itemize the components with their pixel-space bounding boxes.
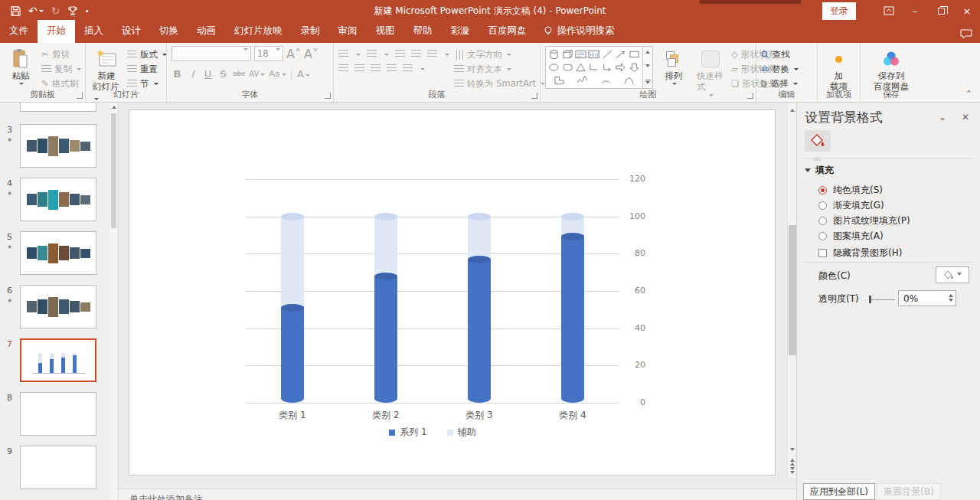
font-color-button[interactable]: A [297, 68, 310, 80]
tab-transitions[interactable]: 切换 [150, 20, 188, 43]
shape-icon[interactable] [574, 61, 587, 73]
tab-file[interactable]: 文件 [0, 20, 38, 43]
drawing-dialog-launcher[interactable] [747, 93, 753, 99]
scroll-up-icon[interactable] [112, 103, 116, 109]
shape-icon[interactable] [553, 75, 566, 87]
char-spacing-button[interactable]: AV [249, 70, 265, 78]
legend-item[interactable]: 系列 1 [389, 426, 426, 439]
columns-icon[interactable] [403, 64, 413, 73]
shape-gallery-scroll[interactable] [643, 46, 653, 89]
copy-button[interactable]: 复制 [41, 63, 81, 75]
reset-button[interactable]: 重置 [127, 63, 167, 75]
tab-animations[interactable]: 动画 [188, 20, 225, 43]
apply-to-all-button[interactable]: 应用到全部(L) [803, 483, 875, 500]
slide-thumbnail-7[interactable] [20, 338, 96, 382]
tab-slideshow[interactable]: 幻灯片放映 [225, 20, 292, 43]
slide-thumbnail-6[interactable] [20, 285, 96, 328]
format-painter-button[interactable]: ✎格式刷 [41, 77, 81, 90]
strikethrough-button[interactable]: abc [233, 70, 245, 77]
reset-background-button[interactable]: 重置背景(B) [877, 483, 941, 500]
replace-button[interactable]: ab 替换 [761, 63, 799, 75]
trophy-icon[interactable] [67, 5, 78, 16]
tab-insert[interactable]: 插入 [75, 20, 113, 43]
gallery-down-icon[interactable] [645, 64, 650, 70]
notes-pane[interactable]: 单击此处添加备注 [119, 489, 796, 500]
shape-icon[interactable] [576, 75, 589, 87]
shape-icon[interactable] [574, 48, 587, 60]
tab-baidu-netdisk[interactable]: 百度网盘 [479, 20, 536, 43]
font-dialog-launcher[interactable] [325, 93, 331, 99]
save-icon[interactable] [11, 6, 21, 16]
select-button[interactable]: 选择 [761, 77, 799, 90]
shape-icon[interactable] [547, 48, 560, 60]
align-text-button[interactable]: 对齐文本 [454, 63, 545, 75]
cut-button[interactable]: ✂剪切 [41, 48, 81, 60]
gallery-more-icon[interactable] [645, 80, 651, 87]
option-pattern-fill[interactable]: 图案填充(A) [818, 230, 884, 243]
transparency-spinner[interactable]: 0% [898, 290, 956, 306]
section-button[interactable]: 节 [127, 77, 167, 90]
numbering-icon[interactable] [367, 50, 377, 58]
slide-thumbnail-8[interactable] [20, 392, 96, 436]
slide-thumbnail-2-partial[interactable] [20, 103, 96, 112]
slide-7-editor[interactable]: 020406080100120 类别 1类别 2类别 3类别 4 系列 1辅助 [129, 109, 776, 475]
tab-home[interactable]: 开始 [38, 20, 75, 43]
tab-view[interactable]: 视图 [367, 20, 404, 43]
bold-button[interactable]: B [172, 68, 183, 80]
shape-icon[interactable] [587, 61, 600, 73]
tab-caixuan[interactable]: 彩漩 [442, 20, 479, 43]
smartart-button[interactable]: 转换为 SmartArt [454, 77, 545, 90]
shape-icon[interactable] [614, 48, 627, 60]
option-solid-fill[interactable]: 纯色填充(S) [818, 184, 883, 197]
font-size-combo[interactable]: 18 [254, 46, 283, 61]
shape-icon[interactable] [628, 61, 641, 73]
decrease-indent-icon[interactable] [395, 50, 405, 58]
legend-item[interactable]: 辅助 [447, 426, 476, 439]
underline-button[interactable]: U [202, 68, 214, 80]
shape-icon[interactable] [599, 75, 612, 87]
spin-down-icon[interactable] [949, 299, 953, 304]
redo-icon[interactable]: ↻ [51, 5, 60, 16]
tab-help[interactable]: 帮助 [404, 20, 442, 43]
fill-tab[interactable] [805, 130, 831, 152]
shape-icon[interactable] [561, 61, 574, 73]
shadow-button[interactable]: S [217, 68, 229, 80]
shape-icon[interactable] [622, 75, 635, 87]
slide-thumbnail-3[interactable] [20, 124, 96, 168]
align-center-icon[interactable] [354, 64, 364, 73]
gallery-up-icon[interactable] [645, 48, 650, 54]
shape-icon[interactable] [547, 61, 560, 73]
slider-thumb[interactable] [869, 296, 871, 303]
fill-section-header[interactable]: 填充 [805, 164, 834, 177]
justify-icon[interactable] [387, 64, 397, 73]
decrease-font-icon[interactable]: A˅ [304, 47, 318, 61]
clipboard-dialog-launcher[interactable] [77, 93, 83, 99]
bullets-icon[interactable] [338, 50, 348, 58]
restore-button[interactable] [928, 0, 954, 21]
save-to-baidu-button[interactable]: 保存到 百度网盘 [871, 46, 911, 94]
spin-up-icon[interactable] [949, 292, 953, 297]
tab-design[interactable]: 设计 [113, 20, 150, 43]
pane-close-icon[interactable]: ✕ [962, 112, 969, 123]
layout-button[interactable]: 版式 [127, 48, 167, 60]
comment-icon[interactable] [960, 29, 972, 39]
arrange-button[interactable]: 排列 [658, 46, 690, 87]
align-right-icon[interactable] [371, 64, 381, 73]
tab-record[interactable]: 录制 [292, 20, 329, 43]
slide-thumbnail-9[interactable] [20, 446, 96, 489]
paragraph-dialog-launcher[interactable] [531, 93, 537, 99]
slide-thumbnail-4[interactable] [20, 178, 96, 221]
font-name-combo[interactable] [172, 46, 251, 61]
line-spacing-icon[interactable] [427, 50, 437, 58]
transparency-slider[interactable] [869, 296, 895, 303]
cylinder-chart[interactable]: 020406080100120 类别 1类别 2类别 3类别 4 系列 1辅助 [246, 179, 619, 403]
ribbon-display-options-icon[interactable] [876, 0, 902, 21]
shape-icon[interactable] [601, 48, 614, 60]
slide-thumbnail-5[interactable] [20, 231, 96, 275]
scrollbar-thumb[interactable] [789, 225, 796, 355]
pane-chevron-icon[interactable]: ⌄ [939, 112, 946, 123]
shape-icon[interactable] [628, 48, 641, 60]
main-scrollbar[interactable] [787, 103, 796, 478]
undo-icon[interactable]: ↶ [28, 5, 44, 16]
increase-indent-icon[interactable] [411, 50, 421, 58]
